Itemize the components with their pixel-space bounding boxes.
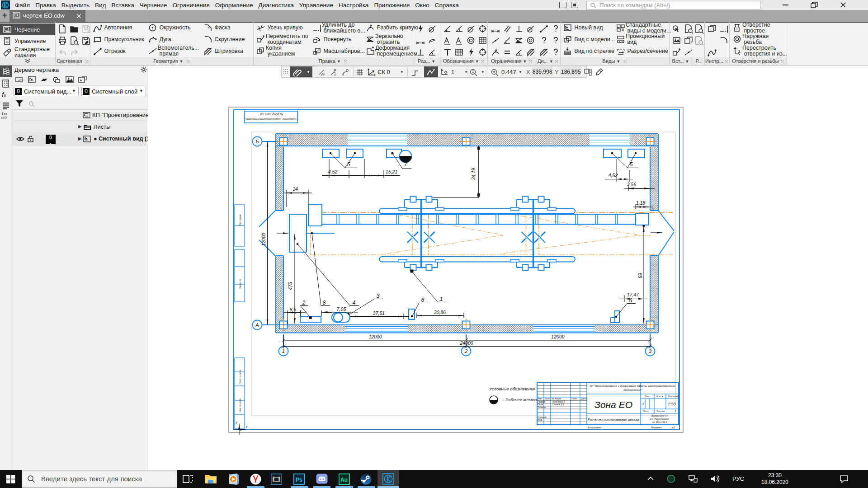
svg-text:8: 8 [323, 300, 326, 306]
svg-text:6: 6 [629, 297, 632, 304]
svg-text:Формат: Формат [651, 426, 662, 429]
svg-text:1: 1 [440, 296, 443, 302]
svg-text:5: 5 [630, 161, 633, 168]
svg-text:1: 1 [282, 348, 285, 354]
svg-text:17,47: 17,47 [627, 292, 639, 297]
svg-text:4,52: 4,52 [609, 173, 618, 178]
svg-text:12000: 12000 [551, 334, 564, 339]
svg-text:1: 1 [675, 410, 676, 413]
svg-text:y: y [235, 421, 237, 424]
svg-text:12000: 12000 [368, 334, 382, 339]
svg-text:Филиал КузГТУ: Филиал КузГТУ [651, 414, 668, 417]
svg-text:Расчетно-пояснительная записка: Расчетно-пояснительная записка [588, 418, 639, 421]
svg-text:, вт швт дырд бу: , вт швт дырд бу [259, 113, 283, 116]
svg-text:Au: Au [340, 477, 348, 483]
svg-text:А: А [255, 322, 259, 328]
svg-text:Копировал: Копировал [588, 426, 601, 429]
svg-text:гр. МАп-161.2: гр. МАп-161.2 [652, 421, 667, 423]
svg-text:А2: А2 [671, 426, 675, 429]
svg-text:3,56: 3,56 [627, 182, 637, 187]
svg-text:2: 2 [464, 348, 467, 354]
svg-text:"'чвалтйщх)ввыптcommittee" пиш: "'чвалтйщх)ввыптcommittee" пишетсяч,;' [244, 117, 298, 120]
svg-text:5: 5 [347, 161, 350, 168]
svg-text:Условные обозначения: Условные обозначения [489, 386, 535, 391]
svg-text:Утв.: Утв. [538, 418, 542, 421]
svg-text:Подп.: Подп. [571, 397, 577, 400]
svg-text:Масса: Масса [656, 395, 663, 398]
svg-text:14: 14 [292, 186, 298, 192]
svg-text:Миленский А.: Миленский А. [552, 400, 566, 403]
svg-text:в г. Прокопьевске: в г. Прокопьевске [650, 418, 669, 420]
svg-text:3: 3 [649, 348, 652, 354]
svg-text:Инв. № подл.: Инв. № подл. [239, 398, 241, 412]
svg-text:7,05: 7,05 [337, 306, 346, 312]
svg-text:Справ. №: Справ. № [239, 279, 241, 289]
svg-text:Лит.: Лит. [644, 395, 650, 398]
svg-text:2: 2 [302, 300, 306, 306]
svg-text:Лист: Лист [642, 410, 649, 413]
svg-text:475: 475 [288, 282, 293, 290]
svg-text:Листов: Листов [656, 410, 665, 413]
svg-text:Т.контр.: Т.контр. [538, 406, 547, 408]
svg-text:34,19: 34,19 [471, 168, 476, 180]
svg-text:Спр. справ.: Спр. справ. [239, 214, 241, 226]
svg-text:1,18: 1,18 [636, 200, 646, 206]
svg-text:8,5: 8,5 [290, 307, 297, 312]
svg-text:Ps: Ps [296, 477, 302, 483]
svg-text:у: у [642, 402, 644, 405]
svg-text:4: 4 [353, 300, 356, 306]
svg-text:12000: 12000 [261, 233, 266, 246]
svg-text:99: 99 [637, 273, 643, 278]
svg-text:Подп. и дата: Подп. и дата [239, 370, 241, 384]
svg-text:3: 3 [377, 293, 380, 299]
svg-text:– Рабочее место: – Рабочее место [501, 397, 537, 402]
svg-text:15,21: 15,21 [386, 169, 397, 174]
svg-text:Дата: Дата [580, 397, 587, 400]
svg-text:37,51: 37,51 [373, 310, 385, 316]
svg-text:Лист: Лист [544, 397, 550, 400]
svg-text:Б: Б [255, 139, 259, 144]
svg-text:Изм.: Изм. [538, 397, 542, 400]
svg-text:6: 6 [421, 297, 425, 303]
svg-text:30,86: 30,86 [434, 310, 446, 315]
svg-text:Масштаб: Масштаб [668, 395, 679, 398]
svg-text:Зона ЕО: Зона ЕО [594, 399, 632, 410]
svg-text:№ докум.: № докум. [552, 397, 561, 400]
svg-text:4,52: 4,52 [328, 169, 338, 174]
svg-text:Стенин Д.В.: Стенин Д.В. [552, 404, 565, 406]
svg-text:24000: 24000 [459, 340, 473, 346]
svg-text:КП "Проектирование и организац: КП "Проектирование и организация работы … [590, 385, 675, 387]
svg-text:x: x [245, 425, 248, 428]
svg-text:1:50: 1:50 [668, 402, 676, 406]
svg-text:предприятия": предприятия" [623, 389, 642, 391]
